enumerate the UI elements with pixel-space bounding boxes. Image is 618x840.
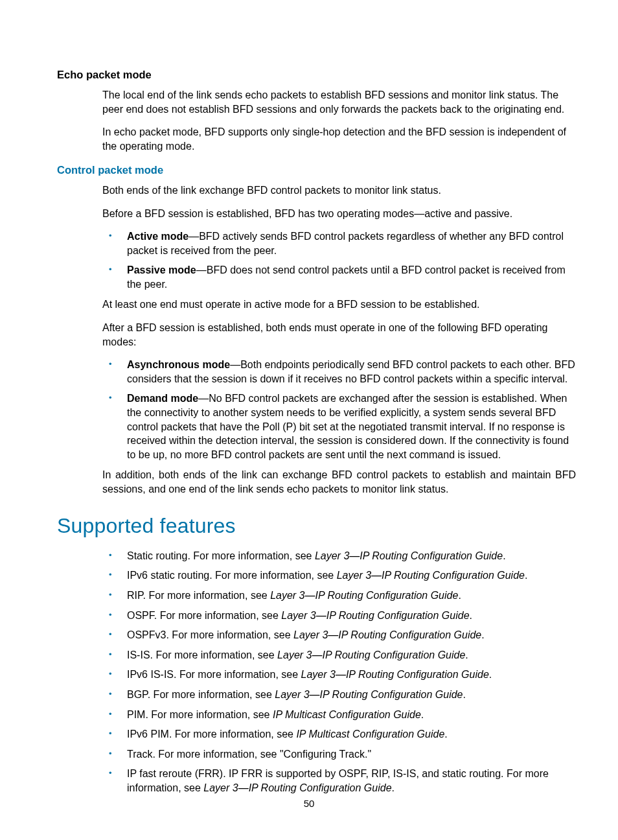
list-item: OSPF. For more information, see Layer 3—… xyxy=(102,609,576,623)
list-item: BGP. For more information, see Layer 3—I… xyxy=(102,688,576,702)
list-item: IPv6 PIM. For more information, see IP M… xyxy=(102,727,576,741)
feature-post: . xyxy=(503,550,505,561)
list-item: IPv6 IS-IS. For more information, see La… xyxy=(102,668,576,682)
section-control-body: Both ends of the link exchange BFD contr… xyxy=(102,183,576,496)
doc-reference: Layer 3—IP Routing Configuration Guide xyxy=(337,570,525,581)
feature-text: IPv6 static routing. For more informatio… xyxy=(127,570,337,581)
list-item: PIM. For more information, see IP Multic… xyxy=(102,708,576,722)
list-item: RIP. For more information, see Layer 3—I… xyxy=(102,589,576,603)
page-number: 50 xyxy=(0,797,618,810)
feature-post: . xyxy=(444,729,447,740)
feature-text: IS-IS. For more information, see xyxy=(127,649,277,660)
heading-supported-features: Supported features xyxy=(57,512,576,540)
paragraph: At least one end must operate in active … xyxy=(102,298,576,312)
doc-reference: Layer 3—IP Routing Configuration Guide xyxy=(277,649,465,660)
feature-post: . xyxy=(465,649,468,660)
list-item: Demand mode—No BFD control packets are e… xyxy=(102,391,576,461)
feature-text: Track. For more information, see "Config… xyxy=(127,749,371,760)
list-item: Passive mode—BFD does not send control p… xyxy=(102,263,576,291)
doc-reference: Layer 3—IP Routing Configuration Guide xyxy=(275,689,463,700)
mode-term: Demand mode xyxy=(127,393,198,404)
list-item: Static routing. For more information, se… xyxy=(102,549,576,563)
section-supported-body: Static routing. For more information, se… xyxy=(102,549,576,795)
feature-text: IPv6 PIM. For more information, see xyxy=(127,729,296,740)
feature-post: . xyxy=(463,689,466,700)
feature-text: Static routing. For more information, se… xyxy=(127,550,315,561)
heading-control-packet-mode: Control packet mode xyxy=(57,163,576,177)
heading-echo-packet-mode: Echo packet mode xyxy=(57,67,576,82)
list-item: IPv6 static routing. For more informatio… xyxy=(102,568,576,583)
feature-text: IPv6 IS-IS. For more information, see xyxy=(127,669,301,680)
mode-term: Active mode xyxy=(127,231,189,242)
list-item: IS-IS. For more information, see Layer 3… xyxy=(102,648,576,662)
list-item: Asynchronous mode—Both endpoints periodi… xyxy=(102,358,576,386)
doc-reference: IP Multicast Configuration Guide xyxy=(273,709,421,720)
feature-post: . xyxy=(392,782,395,793)
paragraph: In addition, both ends of the link can e… xyxy=(102,468,576,496)
paragraph: After a BFD session is established, both… xyxy=(102,321,576,349)
doc-reference: Layer 3—IP Routing Configuration Guide xyxy=(315,550,503,561)
doc-reference: Layer 3—IP Routing Configuration Guide xyxy=(301,669,489,680)
feature-post: . xyxy=(470,610,472,621)
bullet-list-modes-ad: Asynchronous mode—Both endpoints periodi… xyxy=(102,358,576,461)
mode-term: Passive mode xyxy=(127,264,196,275)
feature-post: . xyxy=(525,570,527,581)
feature-text: RIP. For more information, see xyxy=(127,590,270,601)
list-item: IP fast reroute (FRR). IP FRR is support… xyxy=(102,767,576,795)
doc-reference: Layer 3—IP Routing Configuration Guide xyxy=(293,629,481,640)
feature-text: BGP. For more information, see xyxy=(127,689,275,700)
doc-reference: Layer 3—IP Routing Configuration Guide xyxy=(281,610,469,621)
doc-reference: Layer 3—IP Routing Configuration Guide xyxy=(270,590,458,601)
paragraph: In echo packet mode, BFD supports only s… xyxy=(102,125,576,153)
bullet-list-modes-ap: Active mode—BFD actively sends BFD contr… xyxy=(102,229,576,291)
doc-reference: IP Multicast Configuration Guide xyxy=(296,729,444,740)
feature-post: . xyxy=(481,629,484,640)
list-item: Active mode—BFD actively sends BFD contr… xyxy=(102,229,576,257)
document-page: Echo packet mode The local end of the li… xyxy=(0,0,618,840)
section-echo-body: The local end of the link sends echo pac… xyxy=(102,88,576,153)
feature-post: . xyxy=(458,590,461,601)
bullet-list-supported: Static routing. For more information, se… xyxy=(102,549,576,795)
mode-desc: —BFD actively sends BFD control packets … xyxy=(127,231,564,256)
paragraph: Before a BFD session is established, BFD… xyxy=(102,207,576,221)
paragraph: Both ends of the link exchange BFD contr… xyxy=(102,183,576,198)
list-item: Track. For more information, see "Config… xyxy=(102,747,576,762)
paragraph: The local end of the link sends echo pac… xyxy=(102,88,576,116)
feature-text: OSPF. For more information, see xyxy=(127,610,281,621)
feature-text: PIM. For more information, see xyxy=(127,709,273,720)
list-item: OSPFv3. For more information, see Layer … xyxy=(102,628,576,642)
doc-reference: Layer 3—IP Routing Configuration Guide xyxy=(203,782,391,793)
feature-post: . xyxy=(421,709,424,720)
feature-text: OSPFv3. For more information, see xyxy=(127,629,293,640)
mode-term: Asynchronous mode xyxy=(127,359,230,370)
feature-post: . xyxy=(489,669,492,680)
